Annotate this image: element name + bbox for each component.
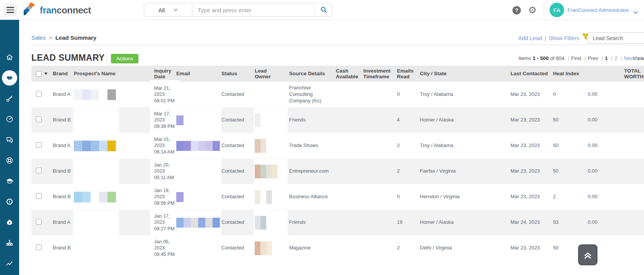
sort-caret-icon[interactable] — [44, 73, 47, 75]
add-lead-link[interactable]: Add Lead — [518, 32, 542, 44]
sidebar-item-lifebuoy[interactable] — [2, 153, 17, 168]
row-checkbox[interactable] — [36, 142, 42, 148]
breadcrumb-current: Lead Summary — [55, 34, 97, 41]
cell-source-details: Magazine — [289, 245, 336, 251]
scroll-to-top-button[interactable] — [578, 244, 597, 265]
row-checkbox[interactable] — [36, 116, 42, 122]
row-checkbox[interactable] — [36, 91, 42, 97]
redaction-blocks — [255, 190, 272, 204]
cell-city-state: Delhi / Virginia — [420, 245, 511, 251]
redaction-blocks — [255, 139, 266, 153]
redaction-block — [191, 141, 198, 151]
row-checkbox[interactable] — [36, 168, 42, 173]
cell-last-contacted: Mar 24, 2023 — [511, 219, 553, 226]
sidebar-item-org-chart[interactable] — [2, 235, 17, 251]
lead-toolbar: Add Lead | Show Filters | — [518, 32, 593, 44]
cell-city-state: Troy / Alabama — [420, 91, 511, 98]
cell-heat-index: 0 — [553, 91, 586, 98]
redaction-block — [176, 141, 184, 151]
header-investment-timeframe: Investment Timeframe — [363, 68, 397, 79]
cell-prospect-name — [74, 241, 154, 256]
redaction-block — [176, 115, 184, 125]
show-filters-link[interactable]: Show Filters — [549, 32, 579, 44]
page-title: LEAD SUMMARY — [31, 53, 105, 63]
cell-brand: Brand B — [53, 194, 74, 200]
lead-search-input[interactable] — [588, 32, 644, 44]
cell-source-details: Entrepreneur.com — [289, 168, 336, 175]
redaction-block — [176, 192, 184, 202]
cell-brand: Brand B — [53, 168, 74, 175]
user-chevron-down-icon[interactable] — [633, 9, 638, 16]
top-bar: franconnect All ? ⚙ FA FranConnect Admin… — [0, 0, 644, 20]
date-redaction: Mar 17, 2023 09:39 PM — [154, 111, 176, 129]
sidebar-item-key[interactable] — [2, 91, 17, 106]
header-last-contacted: Last Contacted — [511, 71, 553, 76]
sidebar-item-home[interactable] — [2, 50, 17, 65]
inquiry-date-text: Mar 01, 2023 06:14 AM — [154, 136, 176, 155]
cell-status: Contacted — [221, 142, 255, 149]
sidebar-item-gauge[interactable] — [2, 112, 17, 127]
hamburger-menu-icon[interactable] — [3, 3, 17, 17]
handshake-icon — [5, 74, 14, 82]
avatar[interactable]: FA — [550, 3, 564, 17]
cell-status: Contacted — [221, 117, 255, 123]
redaction-block — [205, 141, 213, 151]
redaction-block — [255, 165, 260, 178]
gear-bolt-icon — [5, 197, 14, 206]
redaction-block — [74, 89, 82, 100]
search-button[interactable] — [315, 3, 332, 16]
sidebar-item-gear-bolt[interactable] — [2, 194, 17, 209]
sidebar-item-money-bag[interactable]: $ — [2, 215, 17, 230]
date-redaction: Mar 21, 2023 08:01 PM — [154, 85, 176, 104]
redaction-patch — [176, 82, 221, 107]
help-icon[interactable]: ? — [512, 6, 521, 15]
email-redaction — [176, 164, 218, 179]
page-first[interactable]: First — [571, 55, 581, 61]
sidebar-item-chat[interactable] — [2, 132, 17, 147]
search-scope-select[interactable]: All — [144, 3, 192, 16]
home-icon — [5, 53, 14, 61]
sidebar-item-trend-line[interactable] — [2, 256, 17, 271]
redaction-block — [99, 192, 107, 202]
header-heat-index: Heat Index — [553, 71, 586, 76]
cell-last-contacted: Mar 23, 2023 — [511, 142, 553, 149]
view-per-page-label[interactable]: View Per Page — [633, 55, 644, 61]
redaction-blocks — [176, 115, 184, 125]
global-search-bar: All — [144, 3, 333, 17]
gauge-icon — [5, 115, 14, 123]
table-row: Brand BJan 05, 2023 08:45 PMContactedMag… — [31, 235, 644, 261]
redaction-block — [255, 139, 260, 153]
page-prev[interactable]: Prev — [588, 55, 598, 61]
actions-button[interactable]: Actions — [111, 54, 138, 63]
redaction-block — [184, 141, 191, 151]
trend-line-icon — [5, 259, 14, 268]
inquiry-date-text: Mar 21, 2023 08:01 PM — [154, 85, 176, 104]
sidebar-item-graduation-cap[interactable] — [2, 173, 17, 189]
date-redaction: Jan 20, 2023 05:11 AM — [154, 162, 176, 181]
sidebar-item-handshake[interactable] — [2, 70, 17, 86]
row-checkbox[interactable] — [36, 219, 42, 225]
header-city-state: City / State — [420, 71, 511, 76]
breadcrumb-sales-link[interactable]: Sales — [31, 34, 46, 41]
date-redaction: Jan 17, 2023 08:27 PM — [154, 213, 176, 232]
user-menu[interactable]: FranConnect Administrator — [568, 7, 629, 13]
gear-icon[interactable]: ⚙ — [528, 4, 537, 16]
row-checkbox[interactable] — [36, 193, 42, 199]
cell-total-worth: 0.00 — [586, 168, 644, 175]
cell-select — [31, 91, 53, 99]
cell-last-contacted: Mar 23, 2023 — [511, 91, 553, 98]
select-all-checkbox[interactable] — [36, 71, 42, 77]
cell-email — [176, 87, 221, 102]
owner-redaction — [255, 164, 286, 179]
page-2-link[interactable]: 2 — [615, 55, 618, 61]
owner-redaction — [255, 138, 286, 154]
redaction-block — [255, 190, 260, 204]
row-checkbox[interactable] — [36, 244, 42, 250]
search-scope-value: All — [158, 7, 165, 13]
redaction-block — [107, 141, 116, 151]
header-lead-owner: Lead Owner — [255, 68, 289, 79]
cell-source-details: Friends — [289, 117, 336, 123]
global-search-input[interactable] — [192, 3, 315, 16]
cell-heat-index: 50 — [553, 142, 586, 149]
cell-prospect-name — [74, 113, 154, 128]
